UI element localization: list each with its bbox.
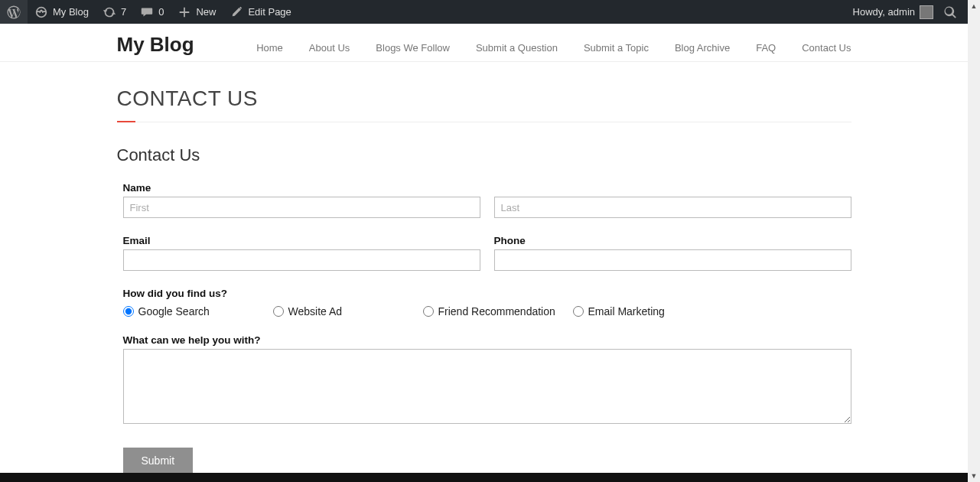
howdy-text: Howdy, admin xyxy=(853,6,915,18)
nav-about-us[interactable]: About Us xyxy=(309,42,350,54)
update-icon xyxy=(103,5,116,19)
email-label: Email xyxy=(123,235,480,246)
email-field[interactable] xyxy=(123,249,480,271)
radio-website-ad[interactable]: Website Ad xyxy=(273,305,423,318)
first-name-field[interactable] xyxy=(123,197,480,218)
updates-count: 7 xyxy=(121,6,126,18)
dashboard-icon xyxy=(34,5,48,19)
form-title: Contact Us xyxy=(117,145,851,165)
search-toggle[interactable] xyxy=(940,0,960,24)
radio-friend-recommendation-input[interactable] xyxy=(423,306,434,317)
wp-admin-bar: My Blog 7 0 New Edit Page xyxy=(0,0,968,24)
radio-label: Google Search xyxy=(138,305,210,318)
find-us-options: Google Search Website Ad Friend Recommen… xyxy=(123,305,851,318)
new-content-link[interactable]: New xyxy=(171,0,223,24)
scroll-up-arrow[interactable]: ▲ xyxy=(968,0,980,12)
phone-label: Phone xyxy=(494,235,851,246)
admin-bar-right: Howdy, admin xyxy=(846,0,960,24)
admin-bar-left: My Blog 7 0 New Edit Page xyxy=(0,0,298,24)
phone-field[interactable] xyxy=(494,249,851,271)
wp-logo[interactable] xyxy=(0,0,28,24)
page-title: CONTACT US xyxy=(117,62,851,122)
edit-page-link[interactable]: Edit Page xyxy=(223,0,298,24)
name-label: Name xyxy=(123,182,851,194)
radio-email-marketing[interactable]: Email Marketing xyxy=(573,305,723,318)
plus-icon xyxy=(177,5,191,19)
primary-nav: Home About Us Blogs We Follow Submit a Q… xyxy=(256,42,851,54)
nav-blogs-we-follow[interactable]: Blogs We Follow xyxy=(376,42,450,54)
radio-label: Friend Recommendation xyxy=(438,305,555,318)
avatar xyxy=(920,5,933,19)
page-content: CONTACT US Contact Us Name Email Phone H… xyxy=(0,62,968,474)
scrollbar[interactable]: ▲ ▼ xyxy=(968,0,980,482)
comments-count: 0 xyxy=(158,6,164,18)
site-name-text: My Blog xyxy=(53,6,89,18)
site-name-link[interactable]: My Blog xyxy=(28,0,96,24)
contact-form: Name Email Phone How did you find us? xyxy=(117,182,851,474)
radio-email-marketing-input[interactable] xyxy=(573,306,584,317)
site-footer xyxy=(0,473,968,482)
scroll-down-arrow[interactable]: ▼ xyxy=(968,470,980,482)
nav-submit-question[interactable]: Submit a Question xyxy=(476,42,558,54)
submit-button[interactable]: Submit xyxy=(123,448,194,474)
last-name-field[interactable] xyxy=(494,197,851,218)
pencil-icon xyxy=(230,5,243,19)
comment-icon xyxy=(140,5,154,19)
radio-label: Website Ad xyxy=(288,305,343,318)
radio-website-ad-input[interactable] xyxy=(273,306,284,317)
nav-contact-us[interactable]: Contact Us xyxy=(802,42,851,54)
my-account-link[interactable]: Howdy, admin xyxy=(846,0,940,24)
edit-page-label: Edit Page xyxy=(248,6,291,18)
nav-submit-topic[interactable]: Submit a Topic xyxy=(584,42,649,54)
radio-google-search[interactable]: Google Search xyxy=(123,305,273,318)
radio-friend-recommendation[interactable]: Friend Recommendation xyxy=(423,305,573,318)
site-title[interactable]: My Blog xyxy=(117,33,194,57)
nav-blog-archive[interactable]: Blog Archive xyxy=(675,42,730,54)
help-textarea[interactable] xyxy=(123,349,851,424)
updates-link[interactable]: 7 xyxy=(96,0,133,24)
nav-faq[interactable]: FAQ xyxy=(756,42,776,54)
search-icon xyxy=(943,5,957,19)
new-label: New xyxy=(196,6,216,18)
find-us-label: How did you find us? xyxy=(123,288,851,299)
site-header: My Blog Home About Us Blogs We Follow Su… xyxy=(0,24,968,62)
radio-google-search-input[interactable] xyxy=(123,306,134,317)
wordpress-icon xyxy=(7,5,21,19)
nav-home[interactable]: Home xyxy=(256,42,283,54)
help-label: What can we help you with? xyxy=(123,334,851,346)
radio-label: Email Marketing xyxy=(588,305,665,318)
comments-link[interactable]: 0 xyxy=(133,0,171,24)
